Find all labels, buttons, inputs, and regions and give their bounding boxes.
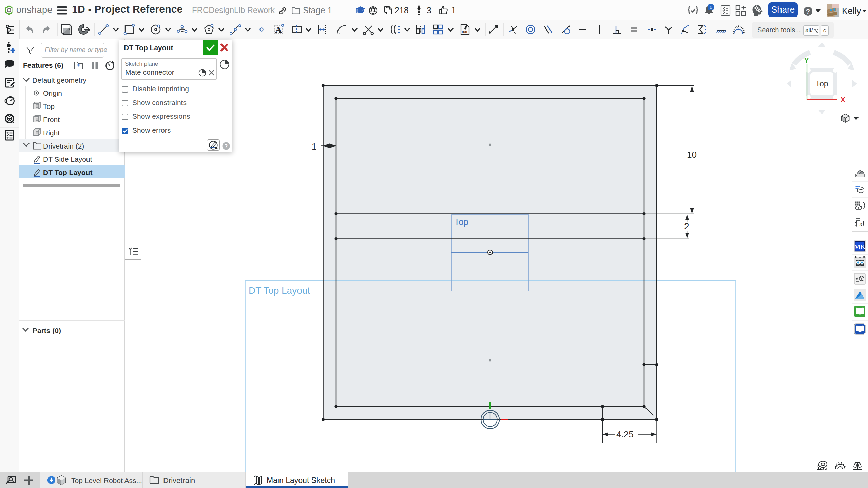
- svg-text:Top: Top: [454, 217, 468, 227]
- svg-text:Y: Y: [804, 57, 809, 64]
- svg-text:1: 1: [710, 5, 712, 10]
- svg-text:MK: MK: [854, 243, 866, 250]
- svg-text:DT Top Layout: DT Top Layout: [43, 169, 92, 176]
- svg-text:Origin: Origin: [43, 89, 62, 97]
- svg-text:?: ?: [225, 143, 228, 149]
- svg-text:Top: Top: [43, 102, 55, 110]
- svg-text:Drivetrain (2): Drivetrain (2): [43, 142, 84, 150]
- svg-text:DT Side Layout: DT Side Layout: [43, 155, 92, 163]
- svg-text:DT Top Layout: DT Top Layout: [249, 285, 310, 296]
- svg-text:Parts (0): Parts (0): [33, 327, 61, 334]
- svg-text:Top: Top: [815, 79, 828, 88]
- svg-text:1: 1: [312, 141, 316, 152]
- svg-text:x: x: [859, 220, 862, 227]
- svg-text:Front: Front: [43, 116, 60, 123]
- svg-text:Default geometry: Default geometry: [32, 76, 86, 84]
- svg-text:2: 2: [684, 221, 689, 231]
- svg-text:A: A: [275, 25, 282, 35]
- svg-text:?: ?: [806, 8, 810, 15]
- svg-text:DXF: DXF: [462, 30, 468, 34]
- svg-text:10: 10: [687, 150, 697, 160]
- svg-text:4.25: 4.25: [616, 429, 634, 440]
- svg-text:X: X: [841, 96, 845, 103]
- svg-text:Right: Right: [43, 129, 60, 137]
